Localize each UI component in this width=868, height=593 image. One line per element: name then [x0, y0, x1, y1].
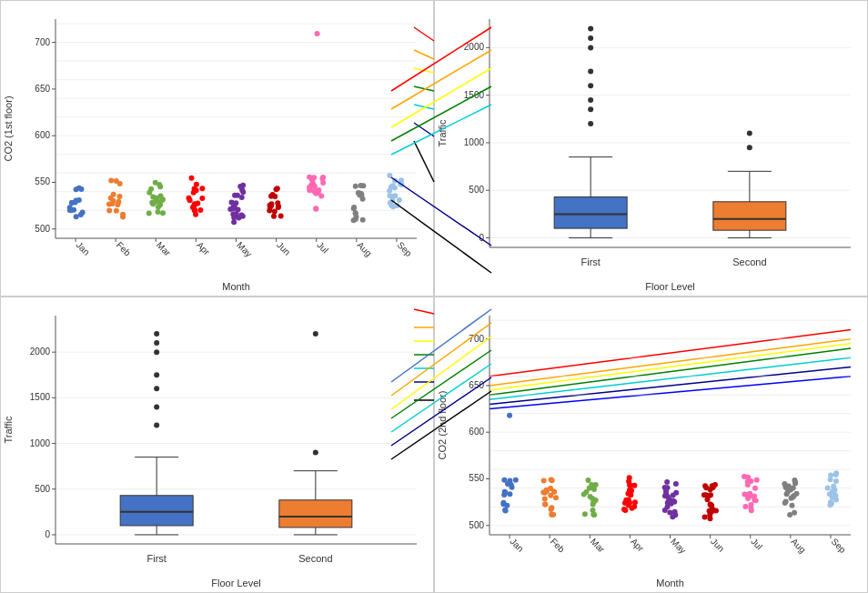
- main-container: [0, 0, 868, 593]
- bottom-left-panel: [0, 296, 434, 593]
- bottom-right-panel: [434, 296, 868, 593]
- top-left-panel: [0, 0, 434, 296]
- top-right-panel: [434, 0, 868, 296]
